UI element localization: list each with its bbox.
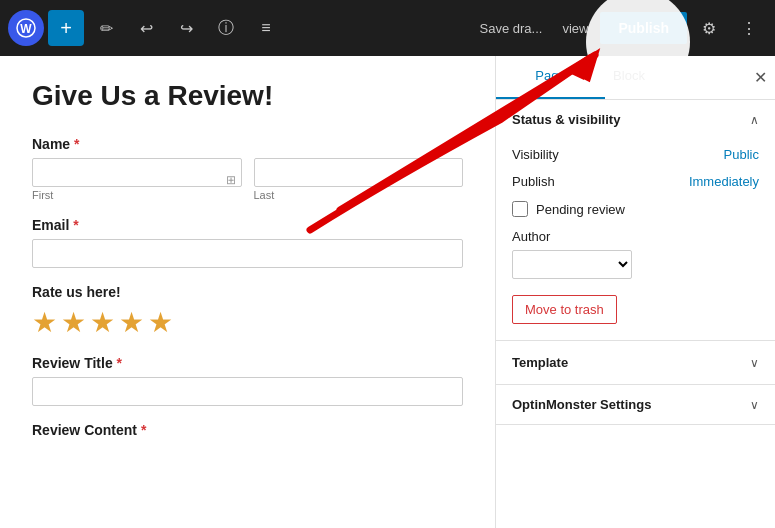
star-3[interactable]: ★	[90, 306, 115, 339]
last-name-wrap: Last	[254, 158, 464, 201]
status-visibility-body: Visibility Public Publish Immediately Pe…	[496, 139, 775, 340]
publish-label: Publish	[512, 174, 555, 189]
rate-label: Rate us here!	[32, 284, 463, 300]
publish-row: Publish Immediately	[512, 174, 759, 189]
vertical-dots-icon: ⋮	[741, 19, 757, 38]
pending-review-row: Pending review	[512, 201, 759, 217]
email-input[interactable]	[32, 239, 463, 268]
redo-icon: ↪	[180, 19, 193, 38]
last-name-input[interactable]	[254, 158, 464, 187]
sidebar-close-button[interactable]: ✕	[746, 56, 775, 99]
author-label: Author	[512, 229, 759, 244]
visibility-row: Visibility Public	[512, 147, 759, 162]
undo-button[interactable]: ↩	[128, 10, 164, 46]
tools-button[interactable]: ✏	[88, 10, 124, 46]
save-draft-button[interactable]: Save dra...	[472, 21, 551, 36]
sidebar: Page Block ✕ Status & visibility ∧ Visib…	[495, 56, 775, 528]
first-name-sublabel: First	[32, 189, 242, 201]
review-content-required-indicator: *	[137, 422, 146, 438]
gear-icon: ⚙	[702, 19, 716, 38]
tab-page[interactable]: Page	[496, 56, 605, 99]
last-name-sublabel: Last	[254, 189, 464, 201]
info-icon: ⓘ	[218, 18, 234, 39]
star-5[interactable]: ★	[148, 306, 173, 339]
pencil-icon: ✏	[100, 19, 113, 38]
rating-field: Rate us here! ★ ★ ★ ★ ★	[32, 284, 463, 339]
author-select[interactable]	[512, 250, 632, 279]
tab-block[interactable]: Block	[605, 56, 653, 99]
visibility-label: Visibility	[512, 147, 559, 162]
undo-icon: ↩	[140, 19, 153, 38]
template-chevron: ∨	[750, 356, 759, 370]
plus-icon: +	[60, 18, 72, 38]
review-title-input[interactable]	[32, 377, 463, 406]
move-to-trash-button[interactable]: Move to trash	[512, 295, 617, 324]
status-visibility-panel: Status & visibility ∧ Visibility Public …	[496, 100, 775, 341]
optinmonster-header[interactable]: OptinMonster Settings ∨	[496, 385, 775, 424]
add-block-button[interactable]: +	[48, 10, 84, 46]
wp-logo-icon: W	[8, 10, 44, 46]
status-visibility-title: Status & visibility	[512, 112, 620, 127]
optinmonster-chevron: ∨	[750, 398, 759, 412]
visibility-value[interactable]: Public	[724, 147, 759, 162]
optinmonster-title: OptinMonster Settings	[512, 397, 651, 412]
name-label: Name *	[32, 136, 463, 152]
email-label: Email *	[32, 217, 463, 233]
star-1[interactable]: ★	[32, 306, 57, 339]
more-options-button[interactable]: ⋮	[731, 10, 767, 46]
template-header[interactable]: Template ∨	[496, 341, 775, 384]
star-4[interactable]: ★	[119, 306, 144, 339]
first-name-input[interactable]	[32, 158, 242, 187]
star-2[interactable]: ★	[61, 306, 86, 339]
review-content-field: Review Content *	[32, 422, 463, 438]
review-title-field: Review Title *	[32, 355, 463, 406]
review-title-required-indicator: *	[113, 355, 122, 371]
page-title: Give Us a Review!	[32, 80, 463, 112]
pending-review-label: Pending review	[536, 202, 625, 217]
list-view-button[interactable]: ≡	[248, 10, 284, 46]
status-visibility-header[interactable]: Status & visibility ∧	[496, 100, 775, 139]
review-title-label: Review Title *	[32, 355, 463, 371]
sidebar-tabs: Page Block ✕	[496, 56, 775, 100]
status-visibility-chevron: ∧	[750, 113, 759, 127]
publish-button[interactable]: Publish	[600, 12, 687, 44]
svg-text:W: W	[20, 22, 32, 36]
template-panel: Template ∨	[496, 341, 775, 385]
preview-button[interactable]: view	[554, 21, 596, 36]
optinmonster-panel: OptinMonster Settings ∨	[496, 385, 775, 425]
star-rating[interactable]: ★ ★ ★ ★ ★	[32, 306, 463, 339]
template-title: Template	[512, 355, 568, 370]
name-field-icon: ⊞	[226, 173, 236, 187]
pending-review-checkbox[interactable]	[512, 201, 528, 217]
first-name-wrap: ⊞ First	[32, 158, 242, 201]
main-area: Give Us a Review! Name * ⊞ First Last	[0, 56, 775, 528]
editor-canvas: Give Us a Review! Name * ⊞ First Last	[0, 56, 495, 528]
name-required-indicator: *	[70, 136, 79, 152]
review-content-label: Review Content *	[32, 422, 463, 438]
toolbar: W + ✏ ↩ ↪ ⓘ ≡ Save dra... view Publish ⚙…	[0, 0, 775, 56]
name-field: Name * ⊞ First Last	[32, 136, 463, 201]
name-inputs-row: ⊞ First Last	[32, 158, 463, 201]
publish-value[interactable]: Immediately	[689, 174, 759, 189]
info-button[interactable]: ⓘ	[208, 10, 244, 46]
settings-button[interactable]: ⚙	[691, 10, 727, 46]
redo-button[interactable]: ↪	[168, 10, 204, 46]
email-field: Email *	[32, 217, 463, 268]
list-icon: ≡	[261, 19, 270, 37]
email-required-indicator: *	[69, 217, 78, 233]
